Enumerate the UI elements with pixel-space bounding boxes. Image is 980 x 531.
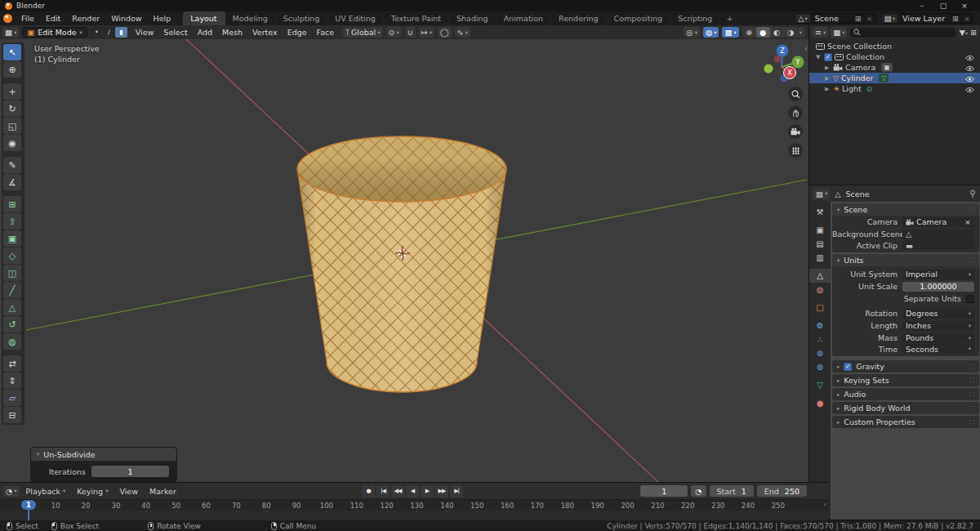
tab-tool[interactable]: ⚒ — [809, 205, 831, 219]
loop-cut-tool[interactable]: ◫ — [3, 265, 21, 281]
hide-toggle-eye-icon[interactable] — [965, 86, 974, 95]
clear-camera-icon[interactable]: × — [964, 217, 971, 226]
mesh-data-icon[interactable]: ▽ — [879, 74, 889, 83]
minimize-button[interactable]: – — [911, 2, 933, 10]
current-frame-field[interactable]: 1 — [640, 485, 688, 497]
audio-panel-header[interactable]: ▸ Audio ∷ — [832, 388, 979, 400]
snap-toggle[interactable]: ∪ — [405, 27, 416, 38]
view-layer-name[interactable]: View Layer — [898, 14, 950, 23]
smooth-tool[interactable]: ◍ — [3, 333, 21, 350]
hide-toggle-eye-icon[interactable] — [965, 75, 974, 84]
inset-faces-tool[interactable]: ▣ — [3, 230, 21, 247]
show-gizmo-dropdown[interactable]: ◎▾ — [684, 27, 700, 38]
unit-system-dropdown[interactable]: Imperial▾ — [902, 270, 974, 279]
workspace-tab-uv-editing[interactable]: UV Editing — [327, 11, 384, 25]
tab-view-layer[interactable]: ▥ — [809, 251, 831, 265]
units-panel-header[interactable]: ▾ Units ∷ — [832, 254, 979, 266]
timeline-keyframe-band[interactable] — [0, 511, 828, 520]
time-dropdown[interactable]: Seconds▾ — [902, 344, 974, 354]
background-scene-field[interactable]: △ — [902, 230, 974, 239]
rendered-shading-button[interactable]: ◑ — [784, 27, 798, 38]
rigid-body-world-panel-header[interactable]: ▸ Rigid Body World ∷ — [832, 402, 979, 414]
outliner-search-input[interactable] — [849, 28, 956, 38]
scene-name[interactable]: Scene — [810, 14, 853, 23]
maximize-button[interactable]: ▢ — [933, 2, 954, 10]
tab-material[interactable]: ● — [809, 396, 831, 410]
axis-neg-y-handle[interactable] — [764, 65, 773, 74]
menu-edit[interactable]: Edit — [40, 13, 66, 24]
cylinder-mesh[interactable] — [297, 136, 506, 392]
move-tool[interactable]: + — [3, 83, 21, 100]
sidebar-toggle-arrow[interactable]: ‹ — [804, 44, 808, 53]
next-keyframe-button[interactable]: ▶▶ — [435, 485, 448, 498]
outliner-row-collection[interactable]: ▼ ✓ Collection — [809, 51, 980, 62]
zoom-button[interactable] — [788, 87, 803, 101]
length-dropdown[interactable]: Inches▾ — [902, 321, 974, 331]
editor-type-button[interactable]: ▦▾ — [2, 27, 19, 38]
auto-keying-button[interactable]: ◔ — [691, 485, 706, 497]
measure-tool[interactable]: ∡ — [3, 174, 21, 190]
scene-browse-icon[interactable]: △▾ — [795, 14, 810, 23]
unit-scale-field[interactable]: 1.000000 — [902, 282, 974, 292]
light-data-icon[interactable]: ⊙ — [866, 85, 873, 93]
panel-grip-icon[interactable]: ∷ — [969, 256, 974, 265]
new-collection-icon[interactable]: ⊞ — [970, 28, 977, 37]
workspace-tab-layout[interactable]: Layout — [183, 11, 225, 25]
bevel-tool[interactable]: ◇ — [3, 248, 21, 264]
camera-view-button[interactable] — [788, 124, 803, 139]
proportional-falloff-dropdown[interactable]: ∿▾ — [455, 27, 470, 38]
viewport-menu-edge[interactable]: Edge — [283, 28, 312, 37]
transform-orientation-dropdown[interactable]: ⊺ Global ▾ — [343, 27, 383, 38]
spin-tool[interactable]: ↺ — [3, 316, 21, 332]
timeline-ruler[interactable]: 1020304050607080901001101201301401501601… — [0, 499, 828, 511]
tab-physics[interactable]: ⊚ — [809, 346, 831, 360]
tab-object-data[interactable]: ▽ — [809, 378, 831, 392]
viewport-menu-mesh[interactable]: Mesh — [217, 28, 247, 37]
edge-select-button[interactable]: ∕ — [103, 27, 115, 38]
scene-panel-header[interactable]: ▾ Scene ∷ — [832, 203, 979, 216]
expand-icon[interactable]: ▼ — [816, 54, 822, 60]
xray-toggle[interactable]: ▩▾ — [722, 27, 738, 38]
separate-units-checkbox[interactable] — [966, 295, 974, 303]
edge-slide-tool[interactable]: ⇄ — [3, 355, 21, 372]
shrink-fatten-tool[interactable]: ⇕ — [3, 373, 21, 389]
timeline-editor-type-button[interactable]: ◔▾ — [3, 486, 20, 497]
pan-button[interactable] — [788, 105, 803, 120]
camera-data-icon[interactable]: ▣ — [881, 63, 893, 72]
filter-icon[interactable]: ▼▾ — [959, 28, 968, 37]
tab-particles[interactable]: ∴ — [809, 332, 831, 346]
workspace-tab-shading[interactable]: Shading — [449, 11, 497, 25]
scale-tool[interactable]: ◱ — [3, 118, 21, 134]
custom-properties-panel-header[interactable]: ▸ Custom Properties ∷ — [832, 416, 979, 428]
new-scene-icon[interactable]: ⊞ — [853, 14, 864, 23]
viewport-menu-face[interactable]: Face — [312, 28, 339, 37]
shear-tool[interactable]: ▱ — [3, 390, 21, 406]
tab-object[interactable]: □ — [809, 301, 831, 315]
hide-toggle-eye-icon[interactable] — [965, 65, 974, 74]
pivot-point-dropdown[interactable]: ⊙▾ — [386, 27, 402, 38]
playback-menu[interactable]: Playback▾ — [21, 487, 71, 496]
expand-icon[interactable]: ▶ — [825, 65, 831, 71]
material-shading-button[interactable]: ◐ — [770, 27, 784, 38]
play-reverse-button[interactable]: ◀ — [406, 485, 419, 498]
end-frame-field[interactable]: End250 — [757, 485, 807, 497]
menu-render[interactable]: Render — [66, 13, 105, 24]
show-overlays-dropdown[interactable]: ◍▾ — [703, 27, 719, 38]
view-menu[interactable]: View — [114, 487, 143, 496]
blender-menu-icon[interactable] — [3, 14, 12, 23]
outliner-row-cylinder[interactable]: ▶ ▽ Cylinder ▽ — [809, 73, 980, 83]
iterations-field[interactable]: 1 — [91, 466, 169, 477]
viewport-menu-add[interactable]: Add — [193, 28, 217, 37]
tab-world[interactable]: ◍ — [809, 283, 831, 297]
gravity-checkbox[interactable]: ✓ — [844, 363, 852, 371]
workspace-tab-scripting[interactable]: Scripting — [670, 11, 720, 25]
cursor-tool[interactable]: ⊕ — [3, 61, 21, 78]
extrude-region-tool[interactable]: ⇧ — [3, 213, 21, 230]
gravity-panel-header[interactable]: ▸ ✓ Gravity ∷ — [832, 360, 979, 373]
keying-sets-panel-header[interactable]: ▸ Keying Sets ∷ — [832, 374, 979, 386]
expand-icon[interactable]: ▶ — [825, 86, 831, 92]
view-layer-browse-icon[interactable]: ▤▾ — [882, 14, 898, 23]
workspace-tab-compositing[interactable]: Compositing — [607, 11, 671, 25]
orthographic-toggle-button[interactable] — [788, 143, 803, 158]
transform-tool[interactable]: ◉ — [3, 135, 21, 151]
